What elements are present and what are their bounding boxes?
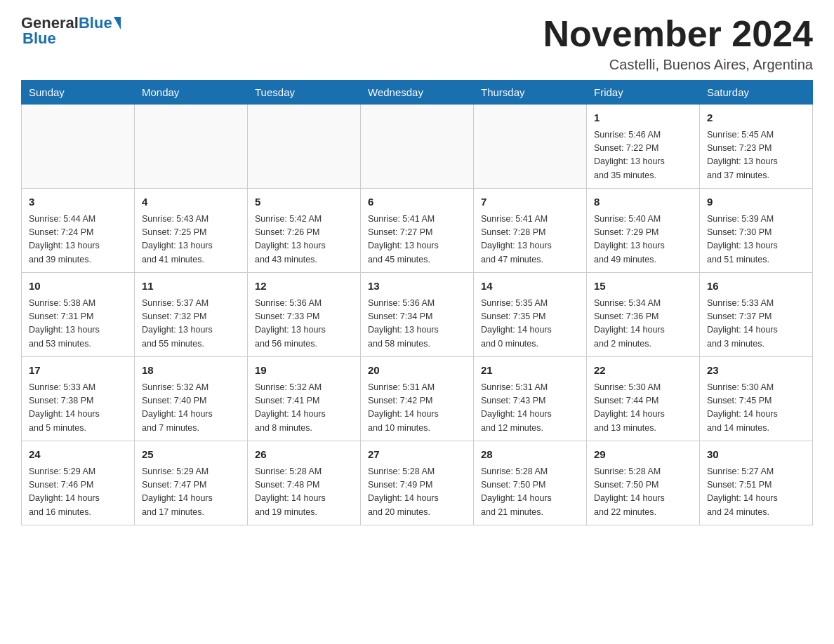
month-title: November 2024 (543, 14, 813, 54)
calendar-cell: 1Sunrise: 5:46 AMSunset: 7:22 PMDaylight… (587, 105, 700, 189)
day-info: Sunrise: 5:36 AMSunset: 7:33 PMDaylight:… (255, 297, 353, 351)
logo-triangle-icon (114, 17, 121, 29)
day-number: 25 (142, 447, 240, 463)
weekday-header-sunday: Sunday (22, 81, 135, 105)
day-info: Sunrise: 5:32 AMSunset: 7:41 PMDaylight:… (255, 381, 353, 436)
weekday-header-thursday: Thursday (474, 81, 587, 105)
calendar-cell: 14Sunrise: 5:35 AMSunset: 7:35 PMDayligh… (474, 273, 587, 357)
calendar-cell: 16Sunrise: 5:33 AMSunset: 7:37 PMDayligh… (700, 273, 813, 357)
day-number: 28 (481, 447, 579, 463)
day-number: 16 (707, 279, 805, 295)
day-number: 24 (29, 447, 127, 463)
calendar-week-5: 24Sunrise: 5:29 AMSunset: 7:46 PMDayligh… (22, 441, 813, 525)
day-info: Sunrise: 5:41 AMSunset: 7:27 PMDaylight:… (368, 213, 466, 267)
calendar-cell: 25Sunrise: 5:29 AMSunset: 7:47 PMDayligh… (135, 441, 248, 525)
day-info: Sunrise: 5:30 AMSunset: 7:44 PMDaylight:… (594, 381, 692, 436)
day-info: Sunrise: 5:43 AMSunset: 7:25 PMDaylight:… (142, 213, 240, 267)
day-info: Sunrise: 5:38 AMSunset: 7:31 PMDaylight:… (29, 297, 127, 351)
day-number: 13 (368, 279, 466, 295)
calendar-week-2: 3Sunrise: 5:44 AMSunset: 7:24 PMDaylight… (22, 189, 813, 273)
day-info: Sunrise: 5:28 AMSunset: 7:50 PMDaylight:… (594, 465, 692, 520)
day-number: 2 (707, 110, 805, 126)
calendar-cell: 11Sunrise: 5:37 AMSunset: 7:32 PMDayligh… (135, 273, 248, 357)
calendar-cell: 18Sunrise: 5:32 AMSunset: 7:40 PMDayligh… (135, 357, 248, 441)
title-area: November 2024 Castelli, Buenos Aires, Ar… (543, 14, 813, 73)
calendar-cell: 6Sunrise: 5:41 AMSunset: 7:27 PMDaylight… (361, 189, 474, 273)
day-number: 12 (255, 279, 353, 295)
day-info: Sunrise: 5:32 AMSunset: 7:40 PMDaylight:… (142, 381, 240, 436)
calendar-header: SundayMondayTuesdayWednesdayThursdayFrid… (22, 81, 813, 105)
logo-blue-line: Blue (22, 29, 56, 48)
day-info: Sunrise: 5:40 AMSunset: 7:29 PMDaylight:… (594, 213, 692, 267)
day-number: 20 (368, 363, 466, 379)
day-number: 21 (481, 363, 579, 379)
day-number: 23 (707, 363, 805, 379)
calendar-week-3: 10Sunrise: 5:38 AMSunset: 7:31 PMDayligh… (22, 273, 813, 357)
weekday-header-friday: Friday (587, 81, 700, 105)
calendar-cell: 8Sunrise: 5:40 AMSunset: 7:29 PMDaylight… (587, 189, 700, 273)
calendar-cell: 30Sunrise: 5:27 AMSunset: 7:51 PMDayligh… (700, 441, 813, 525)
calendar-cell: 4Sunrise: 5:43 AMSunset: 7:25 PMDaylight… (135, 189, 248, 273)
day-info: Sunrise: 5:33 AMSunset: 7:37 PMDaylight:… (707, 297, 805, 351)
day-number: 22 (594, 363, 692, 379)
page-header: GeneralBlue Blue November 2024 Castelli,… (21, 14, 813, 73)
day-number: 5 (255, 194, 353, 210)
calendar-cell: 7Sunrise: 5:41 AMSunset: 7:28 PMDaylight… (474, 189, 587, 273)
calendar-body: 1Sunrise: 5:46 AMSunset: 7:22 PMDaylight… (22, 105, 813, 525)
weekday-header-row: SundayMondayTuesdayWednesdayThursdayFrid… (22, 81, 813, 105)
calendar-cell (361, 105, 474, 189)
day-info: Sunrise: 5:46 AMSunset: 7:22 PMDaylight:… (594, 128, 692, 183)
logo: GeneralBlue Blue (21, 14, 121, 48)
weekday-header-monday: Monday (135, 81, 248, 105)
calendar-cell: 22Sunrise: 5:30 AMSunset: 7:44 PMDayligh… (587, 357, 700, 441)
calendar-cell: 17Sunrise: 5:33 AMSunset: 7:38 PMDayligh… (22, 357, 135, 441)
day-info: Sunrise: 5:35 AMSunset: 7:35 PMDaylight:… (481, 297, 579, 351)
day-number: 3 (29, 194, 127, 210)
calendar-cell (248, 105, 361, 189)
day-number: 8 (594, 194, 692, 210)
calendar-cell: 10Sunrise: 5:38 AMSunset: 7:31 PMDayligh… (22, 273, 135, 357)
day-info: Sunrise: 5:31 AMSunset: 7:42 PMDaylight:… (368, 381, 466, 436)
day-info: Sunrise: 5:33 AMSunset: 7:38 PMDaylight:… (29, 381, 127, 436)
calendar-cell: 26Sunrise: 5:28 AMSunset: 7:48 PMDayligh… (248, 441, 361, 525)
day-number: 15 (594, 279, 692, 295)
day-info: Sunrise: 5:27 AMSunset: 7:51 PMDaylight:… (707, 465, 805, 520)
day-info: Sunrise: 5:29 AMSunset: 7:47 PMDaylight:… (142, 465, 240, 520)
day-number: 29 (594, 447, 692, 463)
calendar-cell: 28Sunrise: 5:28 AMSunset: 7:50 PMDayligh… (474, 441, 587, 525)
day-number: 14 (481, 279, 579, 295)
day-number: 1 (594, 110, 692, 126)
weekday-header-tuesday: Tuesday (248, 81, 361, 105)
calendar-cell (474, 105, 587, 189)
day-number: 11 (142, 279, 240, 295)
day-info: Sunrise: 5:28 AMSunset: 7:50 PMDaylight:… (481, 465, 579, 520)
day-info: Sunrise: 5:41 AMSunset: 7:28 PMDaylight:… (481, 213, 579, 267)
calendar-cell: 9Sunrise: 5:39 AMSunset: 7:30 PMDaylight… (700, 189, 813, 273)
calendar-cell: 12Sunrise: 5:36 AMSunset: 7:33 PMDayligh… (248, 273, 361, 357)
day-info: Sunrise: 5:30 AMSunset: 7:45 PMDaylight:… (707, 381, 805, 436)
day-info: Sunrise: 5:29 AMSunset: 7:46 PMDaylight:… (29, 465, 127, 520)
calendar-cell: 27Sunrise: 5:28 AMSunset: 7:49 PMDayligh… (361, 441, 474, 525)
day-info: Sunrise: 5:39 AMSunset: 7:30 PMDaylight:… (707, 213, 805, 267)
calendar-cell: 20Sunrise: 5:31 AMSunset: 7:42 PMDayligh… (361, 357, 474, 441)
calendar-cell: 23Sunrise: 5:30 AMSunset: 7:45 PMDayligh… (700, 357, 813, 441)
calendar-cell: 19Sunrise: 5:32 AMSunset: 7:41 PMDayligh… (248, 357, 361, 441)
day-info: Sunrise: 5:31 AMSunset: 7:43 PMDaylight:… (481, 381, 579, 436)
day-number: 19 (255, 363, 353, 379)
calendar-cell: 3Sunrise: 5:44 AMSunset: 7:24 PMDaylight… (22, 189, 135, 273)
logo-blue-text: Blue (79, 14, 112, 32)
day-info: Sunrise: 5:28 AMSunset: 7:48 PMDaylight:… (255, 465, 353, 520)
day-info: Sunrise: 5:28 AMSunset: 7:49 PMDaylight:… (368, 465, 466, 520)
day-info: Sunrise: 5:36 AMSunset: 7:34 PMDaylight:… (368, 297, 466, 351)
day-number: 30 (707, 447, 805, 463)
calendar-cell (22, 105, 135, 189)
calendar-week-4: 17Sunrise: 5:33 AMSunset: 7:38 PMDayligh… (22, 357, 813, 441)
day-number: 6 (368, 194, 466, 210)
calendar-cell: 29Sunrise: 5:28 AMSunset: 7:50 PMDayligh… (587, 441, 700, 525)
location-subtitle: Castelli, Buenos Aires, Argentina (543, 57, 813, 73)
day-info: Sunrise: 5:34 AMSunset: 7:36 PMDaylight:… (594, 297, 692, 351)
calendar-table: SundayMondayTuesdayWednesdayThursdayFrid… (21, 80, 813, 525)
calendar-week-1: 1Sunrise: 5:46 AMSunset: 7:22 PMDaylight… (22, 105, 813, 189)
day-number: 26 (255, 447, 353, 463)
calendar-cell: 5Sunrise: 5:42 AMSunset: 7:26 PMDaylight… (248, 189, 361, 273)
